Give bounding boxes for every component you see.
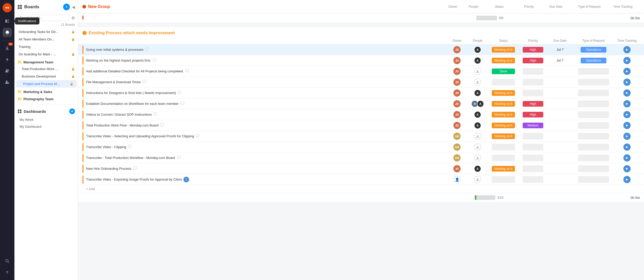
people-button[interactable] [3, 66, 12, 75]
play-button[interactable]: ▶ [623, 111, 631, 118]
task-row[interactable]: Add additional Detailed Checklist for Al… [78, 66, 644, 77]
task-time-cell[interactable]: ▶ [614, 111, 640, 118]
task-type-cell[interactable]: Operations [573, 58, 614, 63]
play-button[interactable]: ▶ [623, 68, 631, 75]
task-row[interactable]: Total Production Work Flow - Monday.com … [78, 120, 644, 131]
task-priority-cell[interactable] [519, 176, 547, 183]
task-priority-cell[interactable] [519, 155, 547, 161]
comment-icon[interactable] [185, 69, 189, 74]
sidebar-item-project-process[interactable]: Project and Process M... 🔒 [16, 80, 77, 88]
sidebar-item-my-dashboard[interactable]: My Dashboard [14, 123, 78, 130]
task-status-cell[interactable]: Working on it [488, 101, 519, 107]
add-dashboard-button[interactable]: + [69, 108, 75, 114]
task-time-cell[interactable]: ▶ [614, 79, 640, 86]
task-type-cell[interactable] [573, 68, 614, 75]
comment-icon[interactable] [142, 80, 146, 84]
task-priority-cell[interactable]: High [519, 112, 547, 117]
task-row[interactable]: Establish Documentation on Workflows for… [78, 98, 644, 109]
notifications-button[interactable] [3, 28, 12, 37]
task-status-cell[interactable]: Done [488, 69, 519, 74]
comment-icon[interactable] [180, 101, 184, 106]
task-status-cell[interactable]: Working on it [488, 90, 519, 96]
task-row[interactable]: Transcribe Video - ClippingSM▶ [78, 142, 644, 152]
add-board-button[interactable]: + [63, 4, 70, 10]
task-type-cell[interactable] [573, 122, 614, 129]
comment-icon[interactable] [128, 145, 132, 149]
comment-icon[interactable] [177, 155, 181, 160]
sidebar-item-business-dev[interactable]: Business Development 🔒 [14, 73, 78, 80]
task-status-cell[interactable] [488, 144, 519, 150]
task-status-cell[interactable]: Working on it [488, 112, 519, 117]
comment-icon[interactable]: 1 [183, 177, 189, 182]
task-duedate-cell[interactable]: Jul 7 [547, 48, 573, 52]
task-time-cell[interactable]: ▶ [614, 165, 640, 172]
task-priority-cell[interactable] [519, 79, 547, 86]
sidebar-group-marketing[interactable]: 📁 Marketing & Sales [14, 88, 78, 95]
task-time-cell[interactable]: ▶ [614, 176, 640, 183]
task-priority-cell[interactable]: Medium [519, 123, 547, 128]
task-duedate-cell[interactable]: Jul 7 [547, 58, 573, 62]
task-row[interactable]: File Management & Download TimesJD▶ [78, 77, 644, 88]
task-priority-cell[interactable] [519, 144, 547, 150]
comment-icon[interactable] [133, 166, 137, 171]
task-status-cell[interactable]: Working on it [488, 47, 519, 53]
task-time-cell[interactable]: ▶ [614, 68, 640, 75]
task-time-cell[interactable]: ▶ [614, 100, 640, 107]
sidebar-item-all-team[interactable]: All Team Members On... 🔒 [14, 36, 78, 43]
download-button[interactable]: 25 [3, 44, 12, 53]
task-type-cell[interactable] [573, 144, 614, 150]
task-priority-cell[interactable]: High [519, 58, 547, 63]
task-type-cell[interactable] [573, 176, 614, 183]
play-button[interactable]: ▶ [623, 143, 631, 151]
sidebar-filter-button[interactable]: ⚙ [71, 15, 75, 20]
sidebar-collapse-button[interactable]: ◀ [72, 5, 75, 10]
play-button[interactable]: ▶ [623, 176, 631, 183]
task-type-cell[interactable] [573, 100, 614, 107]
task-row[interactable]: Instructions for Designers & Shot lists … [78, 88, 644, 98]
task-priority-cell[interactable]: High [519, 101, 547, 107]
new-group-button[interactable]: New Group [82, 4, 110, 9]
task-priority-cell[interactable] [519, 90, 547, 96]
comment-icon[interactable] [152, 58, 157, 63]
comment-icon[interactable] [145, 47, 149, 52]
play-button[interactable]: ▶ [623, 122, 631, 129]
task-priority-cell[interactable] [519, 68, 547, 75]
task-time-cell[interactable]: ▶ [614, 122, 640, 129]
task-type-cell[interactable] [573, 79, 614, 86]
task-row[interactable]: Transcribe Video - Exporting Image Proof… [78, 174, 644, 185]
task-row[interactable]: Transcribe Video - Selecting and Uploadi… [78, 131, 644, 142]
play-button[interactable]: ▶ [623, 133, 631, 140]
task-status-cell[interactable]: Working on it [488, 133, 519, 139]
task-time-cell[interactable]: ▶ [614, 57, 640, 64]
task-status-cell[interactable] [488, 176, 519, 183]
sidebar-item-my-week[interactable]: My Week [14, 116, 78, 123]
play-button[interactable]: ▶ [623, 57, 631, 64]
task-row[interactable]: Videos to Convert / Extract SOP Instruct… [78, 109, 644, 120]
play-button[interactable]: ▶ [623, 79, 631, 86]
task-time-cell[interactable]: ▶ [614, 154, 640, 162]
play-button[interactable]: ▶ [623, 154, 631, 162]
play-button[interactable]: ▶ [623, 89, 631, 97]
task-type-cell[interactable] [573, 90, 614, 96]
add-task-row[interactable]: + Add [78, 185, 644, 193]
sidebar-item-onboarding-tasks[interactable]: Onboarding Tasks for De... 🔒 [14, 28, 78, 36]
task-status-cell[interactable]: Working on it [488, 123, 519, 128]
task-time-cell[interactable]: ▶ [614, 143, 640, 151]
task-type-cell[interactable] [573, 133, 614, 140]
task-time-cell[interactable]: ▶ [614, 46, 640, 53]
task-row[interactable]: Working on the highest impact projects f… [78, 55, 644, 66]
search-button[interactable] [3, 256, 12, 266]
task-row[interactable]: Going over initial systems & processesJD… [78, 44, 644, 55]
task-row[interactable]: New Hire Onboarding ProcessJDAWorking on… [78, 163, 644, 174]
task-type-cell[interactable] [573, 155, 614, 161]
task-priority-cell[interactable]: High [519, 47, 547, 53]
task-type-cell[interactable] [573, 165, 614, 172]
add-person-button[interactable] [3, 78, 12, 87]
sidebar-toggle-icon[interactable] [3, 16, 12, 26]
lightning-button[interactable] [3, 55, 12, 64]
sidebar-item-total-production[interactable]: Total Production Work ... 🔒 [14, 65, 78, 73]
comment-icon[interactable] [153, 112, 157, 117]
play-button[interactable]: ▶ [623, 46, 631, 53]
comment-icon[interactable] [160, 123, 164, 128]
comment-icon[interactable] [196, 134, 200, 139]
